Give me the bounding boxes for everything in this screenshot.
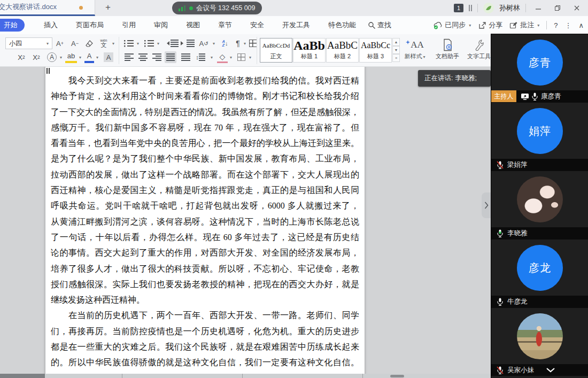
document-line: 是为了什么呢？是为了我们整个中华民族、新中国发展，教育布局、工业布局，	[51, 151, 359, 166]
ribbon-tab[interactable]: 审阅	[154, 20, 168, 30]
clear-format-button[interactable]	[83, 37, 95, 49]
borders-dropdown[interactable]: ▾	[247, 51, 252, 63]
user-name[interactable]: 孙树林	[499, 3, 520, 13]
shading-dropdown[interactable]: ▾	[228, 51, 233, 63]
ribbon-tab[interactable]: 安全	[250, 20, 264, 30]
document-line: 在当前的历史机遇下，两个一百年、西部大开发、一带一路。老师们、同学	[51, 307, 359, 323]
bullets-dropdown[interactable]: ▾	[135, 37, 140, 49]
participant-tile[interactable]: 吴家小妹	[491, 308, 588, 378]
char-shading-icon: A	[104, 52, 113, 62]
style-heading2[interactable]: AaBbC 标题 2	[326, 38, 359, 63]
text-effects-icon: A	[47, 52, 57, 62]
paragraph-marks-dropdown[interactable]: ▾	[242, 37, 247, 49]
numbering-button[interactable]	[143, 37, 155, 49]
align-right-button[interactable]	[151, 51, 163, 63]
expand-chevron-icon[interactable]	[546, 367, 555, 373]
distribute-button[interactable]	[180, 51, 191, 63]
ribbon-tab[interactable]: 开发工具	[282, 20, 310, 30]
superscript-button[interactable]: X2	[15, 51, 28, 63]
text-direction-dropdown[interactable]: ▾	[211, 37, 216, 49]
ribbon-tab[interactable]: 引用	[122, 20, 136, 30]
styles-scroll-up[interactable]: ▲	[392, 38, 400, 46]
share-button[interactable]: 分享	[478, 20, 502, 30]
subscript-button[interactable]: X2	[30, 51, 43, 63]
new-style-button[interactable]: AA 新样式▾	[402, 37, 428, 60]
document-page[interactable]: 我今天到交大来看一看，主要还是前面收到老教授们给我的信。我对西迁精神给予肯定，这…	[45, 67, 365, 374]
decrease-font-button[interactable]: A−	[68, 37, 81, 49]
document-editor[interactable]: 我今天到交大来看一看，主要还是前面收到老教授们给我的信。我对西迁精神给予肯定，这…	[0, 67, 491, 374]
divider	[546, 21, 547, 29]
margin-mark	[49, 68, 50, 74]
highlight-color-button[interactable]: ab	[65, 51, 77, 63]
styles-more-button[interactable]: ≡	[392, 54, 400, 62]
document-text[interactable]: 我今天到交大来看一看，主要还是前面收到老教授们给我的信。我对西迁精神给予肯定，这…	[51, 73, 359, 374]
pinyin-dropdown[interactable]: ▾	[110, 37, 115, 49]
font-color-button[interactable]: A	[84, 51, 94, 63]
numbering-dropdown[interactable]: ▾	[155, 37, 160, 49]
ribbon-tab-home[interactable]: 开始	[0, 19, 25, 32]
participant-name: 梁娟萍	[507, 160, 528, 169]
ribbon-tab[interactable]: 章节	[218, 20, 232, 30]
doc-assistant-button[interactable]: 文档助手	[432, 37, 463, 60]
ribbon-tab[interactable]: 插入	[44, 20, 58, 30]
user-avatar[interactable]	[483, 3, 494, 13]
meeting-participants-panel: 彦青 主持人 康彦青 娟萍 梁娟萍	[491, 34, 588, 378]
text-effects-button[interactable]: A	[46, 51, 58, 63]
help-button[interactable]: ?	[554, 21, 558, 29]
host-badge: 主持人	[491, 90, 516, 102]
ribbon-tab[interactable]: 页面布局	[76, 20, 104, 30]
style-label: 标题 1	[293, 52, 325, 60]
bullets-button[interactable]	[123, 37, 135, 49]
panel-collapse-handle[interactable]	[482, 192, 491, 218]
text-tool-button[interactable]: 文字工具	[467, 37, 491, 60]
style-normal[interactable]: AaBbCcDd 正文	[260, 38, 292, 63]
style-heading3[interactable]: AaBbCc 标题 3	[359, 38, 392, 63]
text-direction-button[interactable]: A↺	[197, 37, 211, 49]
new-tab-button[interactable]: +	[102, 1, 114, 14]
align-center-button[interactable]	[137, 51, 149, 63]
font-size-combo[interactable]: 小四▾	[5, 37, 52, 49]
shading-button[interactable]: ◇	[217, 51, 228, 63]
numbered-list-icon	[144, 40, 154, 47]
collapse-ribbon-button[interactable]: ∧	[578, 21, 584, 29]
doc-count-badge[interactable]: 1	[454, 4, 463, 12]
increase-font-button[interactable]: A+	[53, 37, 66, 49]
participant-tile[interactable]: 彦青 主持人 康彦青	[491, 34, 588, 102]
restore-button[interactable]	[551, 2, 564, 14]
split-view-icon[interactable]	[469, 5, 472, 11]
comment-button[interactable]: 批注▾	[509, 20, 539, 30]
more-menu-button[interactable]: ⋮	[564, 21, 571, 29]
text-effects-dropdown[interactable]: ▾	[58, 51, 63, 63]
find-button[interactable]: 查找	[368, 20, 391, 30]
line-spacing-dropdown[interactable]: ▾	[208, 51, 214, 63]
borders-button[interactable]	[235, 51, 247, 63]
align-left-button[interactable]	[123, 51, 135, 63]
decrease-indent-button[interactable]	[165, 37, 179, 49]
sync-button[interactable]: 已同步▾	[433, 20, 471, 30]
style-heading1[interactable]: AaBb 标题 1	[293, 38, 326, 63]
char-shading-button[interactable]: A	[103, 51, 114, 63]
document-tab[interactable]: 交大视察讲话.docx	[0, 0, 95, 16]
justify-button[interactable]	[165, 51, 176, 63]
ribbon-tab[interactable]: 特色功能	[328, 20, 356, 30]
increase-indent-button[interactable]	[181, 37, 195, 49]
meeting-badge[interactable]: 会议号 132 455 009	[172, 2, 262, 14]
meeting-number: 会议号 132 455 009	[196, 4, 256, 13]
line-spacing-button[interactable]: ↕	[194, 51, 207, 63]
document-line: 看看当年，也看到当年党中央的良苦用心，把一个最好的学校从上海迁到这里来。	[51, 135, 359, 151]
participant-tile[interactable]: 娟萍 梁娟萍	[491, 103, 588, 171]
participant-tile[interactable]: 彦龙 牛彦龙	[491, 240, 588, 307]
participant-label: 李晓雅	[491, 227, 588, 239]
styles-scroll-down[interactable]: ▼	[392, 46, 400, 54]
font-color-dropdown[interactable]: ▾	[94, 51, 99, 63]
pinyin-guide-button[interactable]: wén文	[98, 37, 109, 49]
chevron-right-icon	[484, 202, 489, 209]
minimize-button[interactable]	[531, 2, 545, 14]
participant-tile[interactable]: 李晓雅	[491, 171, 588, 239]
close-button[interactable]	[570, 2, 584, 14]
highlight-dropdown[interactable]: ▾	[77, 51, 82, 63]
horizontal-scrollbar-thumb[interactable]	[390, 375, 404, 377]
avatar-photo	[517, 313, 563, 359]
ribbon-tab[interactable]: 视图	[186, 20, 200, 30]
sort-button[interactable]: AZ↓	[218, 37, 232, 49]
